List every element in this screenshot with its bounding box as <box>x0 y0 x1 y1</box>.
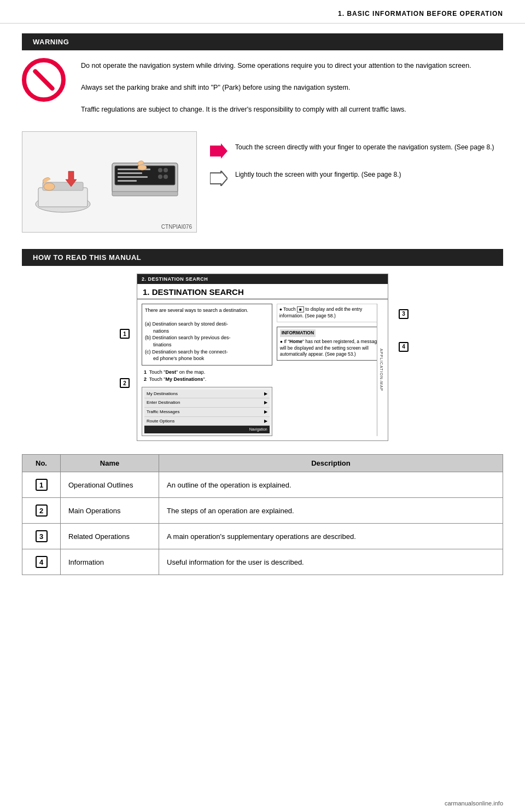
table-cell-description: An outline of the operation is explained… <box>159 472 503 498</box>
manual-page-screenshot: 1 2 2. DESTINATION SEARCH 1. DESTINATION… <box>137 274 388 441</box>
svg-rect-8 <box>118 176 148 178</box>
page-title: 1. BASIC INFORMATION BEFORE OPERATION <box>338 10 503 18</box>
info-box: INFORMATION ● If "Home" has not been reg… <box>277 327 383 361</box>
table-row: 3Related OperationsA main operation's su… <box>22 524 503 549</box>
svg-rect-9 <box>118 180 137 182</box>
table-cell-no: 1 <box>22 472 61 498</box>
callout-1: 1 <box>120 329 130 339</box>
table-cell-no: 2 <box>22 498 61 524</box>
first-section: Do not operate the navigation system whi… <box>0 58 525 115</box>
svg-point-12 <box>164 168 168 172</box>
manual-page-area: 1 2 2. DESTINATION SEARCH 1. DESTINATION… <box>22 274 503 441</box>
outline-arrow-text: Lightly touch the screen with your finge… <box>235 170 401 179</box>
manual-left-col: There are several ways to search a desti… <box>142 304 272 436</box>
table-cell-name: Information <box>61 549 159 575</box>
page-header: 1. BASIC INFORMATION BEFORE OPERATION <box>0 0 525 24</box>
table-cell-name: Related Operations <box>61 524 159 549</box>
filled-arrow-icon <box>210 143 228 159</box>
table-row: 1Operational OutlinesAn outline of the o… <box>22 472 503 498</box>
svg-point-10 <box>158 168 162 172</box>
table-cell-description: A main operation's supplementary operati… <box>159 524 503 549</box>
nav-item-route-options: Route Options ▶ <box>144 417 270 426</box>
callout-2: 2 <box>120 378 130 388</box>
svg-marker-17 <box>210 171 228 186</box>
section1-bar: WARNING <box>22 33 503 50</box>
table-cell-name: Main Operations <box>61 498 159 524</box>
table-area: No. Name Description 1Operational Outlin… <box>22 454 503 575</box>
info-box-header: INFORMATION <box>280 329 316 337</box>
table-cell-no: 3 <box>22 524 61 549</box>
footer-url: carmanualsonline.info <box>445 800 503 807</box>
svg-point-13 <box>164 175 168 179</box>
table-cell-description: The steps of an operation are explained. <box>159 498 503 524</box>
table-row: 2Main OperationsThe steps of an operatio… <box>22 498 503 524</box>
image-arrows-area: CTNPIAI076 Touch the screen directly wit… <box>0 126 525 243</box>
image-label: CTNPIAI076 <box>161 224 192 230</box>
table-cell-name: Operational Outlines <box>61 472 159 498</box>
nav-item-my-destinations: My Destinations ▶ <box>144 390 270 399</box>
callout-3: 3 <box>399 309 409 319</box>
operations-table: No. Name Description 1Operational Outlin… <box>22 454 503 575</box>
table-cell-no: 4 <box>22 549 61 575</box>
svg-marker-16 <box>210 143 228 159</box>
touch-info-box: ● Touch ■ to display and edit the entry … <box>277 304 383 322</box>
manual-page-header: 2. DESTINATION SEARCH <box>137 274 388 284</box>
arrows-text-area: Touch the screen directly with your fing… <box>210 131 503 186</box>
manual-page-body: There are several ways to search a desti… <box>137 299 388 440</box>
car-illustration: CTNPIAI076 <box>22 131 197 233</box>
nav-item-traffic-messages: Traffic Messages ▶ <box>144 408 270 417</box>
section2-bar: HOW TO READ THIS MANUAL <box>22 249 503 266</box>
table-cell-description: Useful information for the user is descr… <box>159 549 503 575</box>
col-description: Description <box>159 455 503 472</box>
manual-page-title: 1. DESTINATION SEARCH <box>137 284 388 299</box>
nav-footer: Navigation <box>144 426 270 433</box>
table-row: 4InformationUseful information for the u… <box>22 549 503 575</box>
no-icon-block <box>22 58 71 107</box>
svg-rect-15 <box>112 192 178 196</box>
svg-rect-7 <box>118 172 142 174</box>
app-map-label: APPLICATION-MAP <box>377 304 384 436</box>
svg-point-11 <box>158 175 162 179</box>
nav-item-enter-destination: Enter Destination ▶ <box>144 398 270 408</box>
warning-text: Do not operate the navigation system whi… <box>81 58 503 115</box>
callout-4: 4 <box>399 342 409 352</box>
filled-arrow-item: Touch the screen directly with your fing… <box>210 142 503 159</box>
filled-arrow-text: Touch the screen directly with your fing… <box>235 142 494 152</box>
svg-point-3 <box>44 183 55 190</box>
page-footer: carmanualsonline.info <box>445 800 503 807</box>
outline-arrow-icon <box>210 171 228 186</box>
manual-description-box: There are several ways to search a desti… <box>142 304 272 366</box>
outline-arrow-item: Lightly touch the screen with your finge… <box>210 170 503 186</box>
col-no: No. <box>22 455 61 472</box>
svg-point-14 <box>138 165 147 170</box>
prohibited-icon <box>22 58 66 102</box>
col-name: Name <box>61 455 159 472</box>
manual-right-col: 3 4 ● Touch ■ to display and edit the en… <box>277 304 383 436</box>
nav-screenshot: My Destinations ▶ Enter Destination ▶ Tr… <box>142 387 272 437</box>
manual-steps: 1 Touch "Dest" on the map. 2 Touch "My D… <box>142 369 272 384</box>
